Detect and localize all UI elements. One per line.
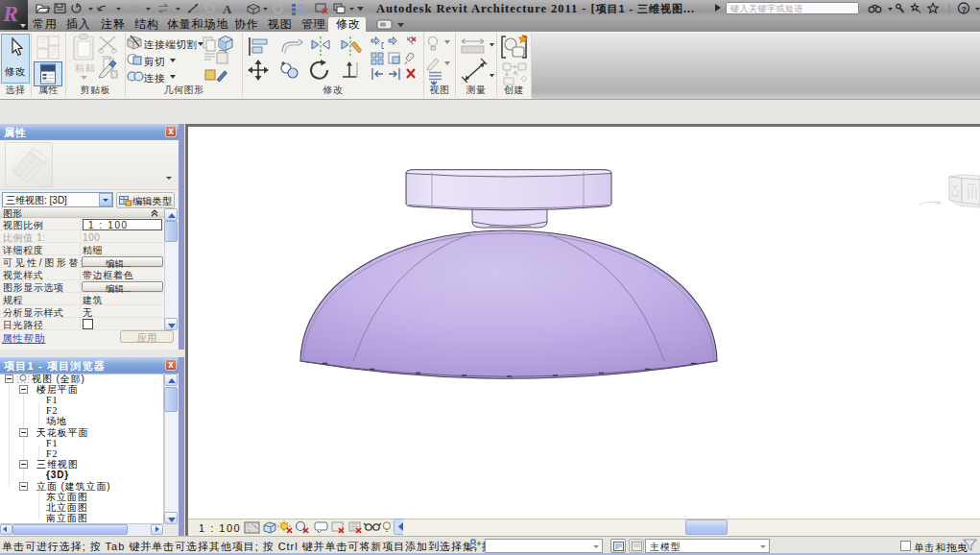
svg-text:A: A [223,2,232,16]
svg-text:粘贴: 粘贴 [75,62,96,73]
svg-text:R: R [2,1,18,26]
svg-text:?: ? [962,5,968,14]
